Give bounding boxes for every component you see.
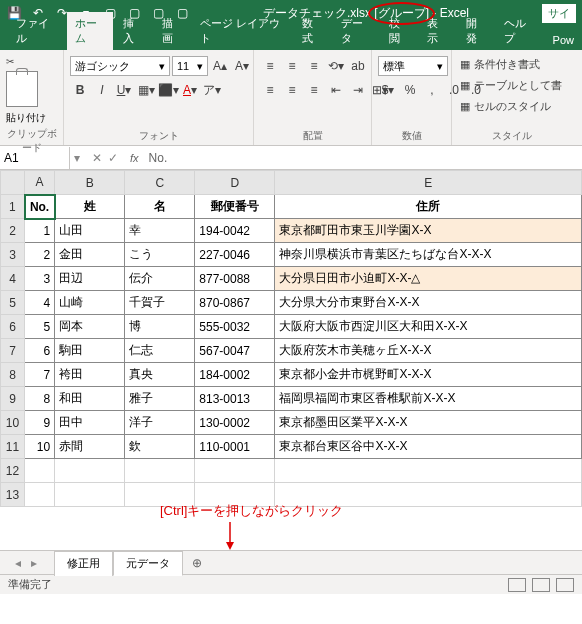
paste-label[interactable]: 貼り付け: [6, 111, 46, 125]
row-header-4[interactable]: 4: [1, 267, 25, 291]
cell[interactable]: 227-0046: [195, 243, 275, 267]
name-box[interactable]: A1: [0, 147, 70, 169]
cell[interactable]: 877-0088: [195, 267, 275, 291]
ribbon-tab-9[interactable]: 開発: [458, 12, 494, 50]
fx-icon[interactable]: fx: [126, 152, 143, 164]
cancel-icon[interactable]: ✕: [92, 151, 102, 165]
align-bottom-icon[interactable]: ≡: [304, 56, 324, 76]
conditional-format-button[interactable]: ▦条件付き書式: [458, 56, 542, 73]
cell[interactable]: 9: [25, 411, 55, 435]
align-middle-icon[interactable]: ≡: [282, 56, 302, 76]
row-header-6[interactable]: 6: [1, 315, 25, 339]
cell[interactable]: 東京都小金井市梶野町X-X-X: [275, 363, 582, 387]
col-header-D[interactable]: D: [195, 171, 275, 195]
cell[interactable]: 10: [25, 435, 55, 459]
cell[interactable]: 870-0867: [195, 291, 275, 315]
align-left-icon[interactable]: ≡: [260, 80, 280, 100]
cell[interactable]: [55, 483, 125, 507]
cell[interactable]: 813-0013: [195, 387, 275, 411]
cell[interactable]: 4: [25, 291, 55, 315]
cell[interactable]: 大分県日田市小迫町X-X-△: [275, 267, 582, 291]
paste-icon[interactable]: [6, 71, 38, 107]
increase-font-icon[interactable]: A▴: [210, 56, 230, 76]
header-cell[interactable]: 郵便番号: [195, 195, 275, 219]
cell[interactable]: 駒田: [55, 339, 125, 363]
currency-icon[interactable]: $▾: [378, 80, 398, 100]
row-header-12[interactable]: 12: [1, 459, 25, 483]
cell[interactable]: 洋子: [125, 411, 195, 435]
col-header-C[interactable]: C: [125, 171, 195, 195]
font-name-combo[interactable]: 游ゴシック▾: [70, 56, 170, 76]
cell[interactable]: 194-0042: [195, 219, 275, 243]
cell[interactable]: 和田: [55, 387, 125, 411]
cell[interactable]: 大阪府大阪市西淀川区大和田X-X-X: [275, 315, 582, 339]
header-cell[interactable]: No.: [25, 195, 55, 219]
cell[interactable]: 東京都墨田区業平X-X-X: [275, 411, 582, 435]
header-cell[interactable]: 住所: [275, 195, 582, 219]
cell[interactable]: 2: [25, 243, 55, 267]
enter-icon[interactable]: ✓: [108, 151, 118, 165]
cell[interactable]: 金田: [55, 243, 125, 267]
cell[interactable]: 赤間: [55, 435, 125, 459]
ribbon-tab-1[interactable]: ホーム: [67, 12, 114, 50]
cell[interactable]: 博: [125, 315, 195, 339]
cell[interactable]: 仁志: [125, 339, 195, 363]
ribbon-tab-4[interactable]: ページ レイアウト: [192, 12, 292, 50]
align-center-icon[interactable]: ≡: [282, 80, 302, 100]
header-cell[interactable]: 姓: [55, 195, 125, 219]
number-format-combo[interactable]: 標準▾: [378, 56, 448, 76]
cell[interactable]: 幸: [125, 219, 195, 243]
sheet-tab-元データ[interactable]: 元データ: [113, 551, 183, 576]
col-header-A[interactable]: A: [25, 171, 55, 195]
cell[interactable]: 伝介: [125, 267, 195, 291]
cell-styles-button[interactable]: ▦セルのスタイル: [458, 98, 553, 115]
ribbon-tab-3[interactable]: 描画: [154, 12, 190, 50]
sheet-scroll-right-icon[interactable]: ▸: [26, 555, 42, 571]
cell[interactable]: [275, 459, 582, 483]
cell[interactable]: 千賀子: [125, 291, 195, 315]
cell[interactable]: 555-0032: [195, 315, 275, 339]
cell[interactable]: 東京都台東区谷中X-X-X: [275, 435, 582, 459]
sheet-tab-修正用[interactable]: 修正用: [54, 551, 113, 576]
orientation-icon[interactable]: ⟲▾: [326, 56, 346, 76]
cell[interactable]: 雅子: [125, 387, 195, 411]
ribbon-tab-2[interactable]: 挿入: [115, 12, 151, 50]
cell[interactable]: [25, 459, 55, 483]
cell[interactable]: [125, 459, 195, 483]
cell[interactable]: 5: [25, 315, 55, 339]
cell[interactable]: [55, 459, 125, 483]
page-break-view-icon[interactable]: [556, 578, 574, 592]
fill-color-button[interactable]: ⬛▾: [158, 80, 178, 100]
decrease-font-icon[interactable]: A▾: [232, 56, 252, 76]
cell[interactable]: 1: [25, 219, 55, 243]
row-header-5[interactable]: 5: [1, 291, 25, 315]
cell[interactable]: 田中: [55, 411, 125, 435]
format-table-button[interactable]: ▦テーブルとして書: [458, 77, 564, 94]
cell[interactable]: 山田: [55, 219, 125, 243]
col-header-E[interactable]: E: [275, 171, 582, 195]
row-header-8[interactable]: 8: [1, 363, 25, 387]
cell[interactable]: 3: [25, 267, 55, 291]
bold-button[interactable]: B: [70, 80, 90, 100]
font-color-button[interactable]: A▾: [180, 80, 200, 100]
ribbon-tab-0[interactable]: ファイル: [8, 12, 65, 50]
indent-dec-icon[interactable]: ⇤: [326, 80, 346, 100]
phonetic-button[interactable]: ア▾: [202, 80, 222, 100]
cell[interactable]: 福岡県福岡市東区香椎駅前X-X-X: [275, 387, 582, 411]
cell[interactable]: 6: [25, 339, 55, 363]
row-header-2[interactable]: 2: [1, 219, 25, 243]
new-sheet-button[interactable]: ⊕: [187, 553, 207, 573]
cell[interactable]: 欽: [125, 435, 195, 459]
align-right-icon[interactable]: ≡: [304, 80, 324, 100]
row-header-7[interactable]: 7: [1, 339, 25, 363]
cut-icon[interactable]: ✂: [6, 56, 14, 67]
cell[interactable]: 110-0001: [195, 435, 275, 459]
cell[interactable]: こう: [125, 243, 195, 267]
ribbon-tab-10[interactable]: ヘルプ: [496, 12, 543, 50]
cell[interactable]: [25, 483, 55, 507]
wrap-text-button[interactable]: ab: [348, 56, 368, 76]
cell[interactable]: 130-0002: [195, 411, 275, 435]
cell[interactable]: 袴田: [55, 363, 125, 387]
cell[interactable]: 大分県大分市東野台X-X-X: [275, 291, 582, 315]
align-top-icon[interactable]: ≡: [260, 56, 280, 76]
